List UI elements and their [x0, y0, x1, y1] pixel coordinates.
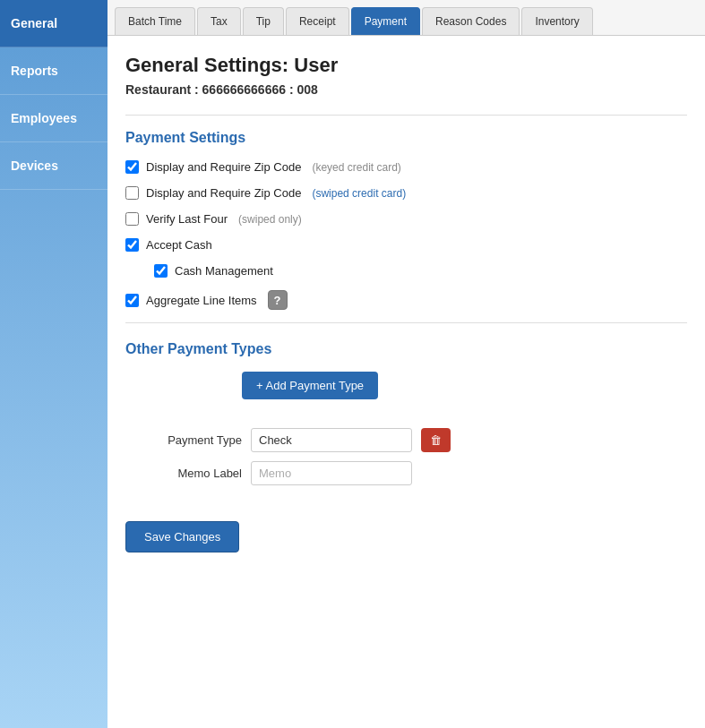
checkbox-row-cash-management: Cash Management	[154, 264, 687, 278]
checkbox-aggregate-line-items[interactable]	[125, 294, 139, 307]
checkbox-cash-management[interactable]	[154, 264, 168, 278]
payment-type-input[interactable]	[251, 428, 412, 452]
tab-tax[interactable]: Tax	[197, 7, 241, 35]
sidebar-item-devices[interactable]: Devices	[0, 142, 107, 190]
sidebar: General Reports Employees Devices	[0, 0, 107, 728]
tab-inventory[interactable]: Inventory	[521, 7, 592, 35]
memo-label-label: Memo Label	[125, 467, 242, 480]
sidebar-item-reports[interactable]: Reports	[0, 47, 107, 95]
checkbox-row-verify-last-four: Verify Last Four (swiped only)	[125, 212, 687, 226]
sidebar-item-general[interactable]: General	[0, 0, 107, 47]
tab-tip[interactable]: Tip	[243, 7, 284, 35]
checkbox-aggregate-line-items-label: Aggregate Line Items	[146, 294, 257, 307]
sidebar-item-employees[interactable]: Employees	[0, 95, 107, 142]
checkbox-row-aggregate-line-items: Aggregate Line Items ?	[125, 290, 687, 310]
checkbox-verify-last-four-label: Verify Last Four	[146, 212, 228, 226]
page-title: General Settings: User	[125, 54, 687, 77]
delete-payment-type-button[interactable]: 🗑	[421, 428, 451, 452]
other-payment-types-title: Other Payment Types	[125, 341, 687, 357]
checkbox-row-zip-swiped: Display and Require Zip Code (swiped cre…	[125, 186, 687, 200]
checkbox-zip-swiped-label: Display and Require Zip Code	[146, 186, 301, 200]
add-payment-type-button[interactable]: + Add Payment Type	[242, 372, 378, 399]
payment-type-label: Payment Type	[125, 433, 242, 447]
main-content: Batch Time Tax Tip Receipt Payment Reaso…	[107, 0, 705, 728]
payment-settings-title: Payment Settings	[125, 130, 687, 146]
memo-label-row: Memo Label	[125, 461, 687, 485]
checkbox-zip-swiped[interactable]	[125, 186, 139, 200]
payment-type-row: Payment Type 🗑	[125, 428, 687, 452]
aggregate-help-button[interactable]: ?	[268, 290, 288, 310]
divider-2	[125, 322, 687, 323]
checkbox-zip-keyed[interactable]	[125, 160, 139, 174]
memo-label-input[interactable]	[251, 461, 412, 485]
tabs-bar: Batch Time Tax Tip Receipt Payment Reaso…	[107, 0, 705, 36]
checkbox-accept-cash[interactable]	[125, 238, 139, 252]
divider-1	[125, 115, 687, 116]
checkbox-verify-last-four-sublabel: (swiped only)	[238, 213, 302, 226]
other-payment-types-section: Other Payment Types + Add Payment Type P…	[125, 341, 687, 485]
checkbox-zip-keyed-label: Display and Require Zip Code	[146, 160, 301, 174]
tab-reason-codes[interactable]: Reason Codes	[422, 7, 520, 35]
checkbox-zip-keyed-sublabel: (keyed credit card)	[312, 161, 400, 174]
checkbox-zip-swiped-sublabel: (swiped credit card)	[312, 187, 406, 200]
checkbox-accept-cash-label: Accept Cash	[146, 238, 212, 252]
content-area: General Settings: User Restaurant : 6666…	[107, 36, 705, 728]
checkbox-row-zip-keyed: Display and Require Zip Code (keyed cred…	[125, 160, 687, 174]
tab-batch-time[interactable]: Batch Time	[115, 7, 195, 35]
tab-receipt[interactable]: Receipt	[286, 7, 349, 35]
save-changes-button[interactable]: Save Changes	[125, 521, 239, 552]
checkbox-row-accept-cash: Accept Cash	[125, 238, 687, 252]
restaurant-info: Restaurant : 666666666666 : 008	[125, 82, 687, 97]
checkbox-cash-management-label: Cash Management	[175, 264, 273, 278]
checkbox-verify-last-four[interactable]	[125, 212, 139, 226]
tab-payment[interactable]: Payment	[351, 7, 420, 35]
